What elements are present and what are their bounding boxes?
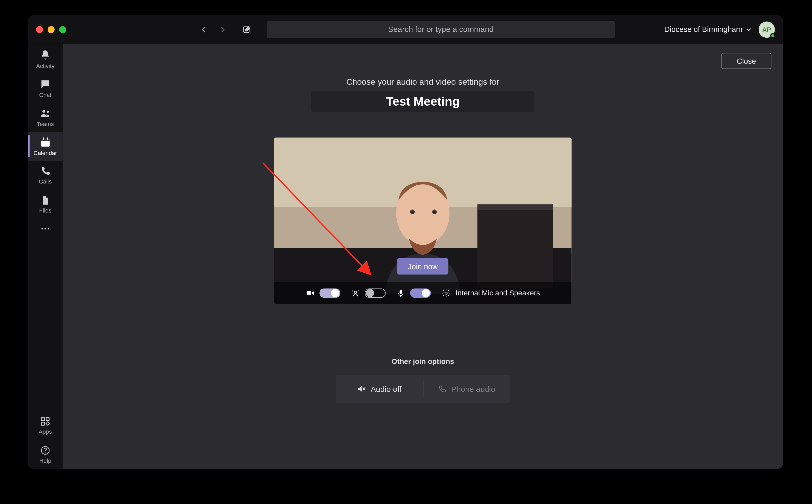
- other-options-label: Other join options: [391, 358, 454, 366]
- rail-item-help[interactable]: Help: [28, 440, 63, 469]
- rail-item-files[interactable]: Files: [28, 190, 63, 219]
- chat-icon: [39, 78, 51, 90]
- meeting-name: Test Meeting: [311, 91, 535, 112]
- avatar-initials: AP: [762, 26, 771, 33]
- history-nav: [196, 21, 255, 37]
- audio-off-option[interactable]: Audio off: [335, 375, 423, 403]
- rail-item-chat[interactable]: Chat: [28, 74, 63, 103]
- prejoin-controls: Internal Mic and Speakers: [274, 282, 572, 304]
- camera-control: [306, 289, 340, 298]
- rail-label: Activity: [36, 63, 54, 69]
- rail-label: Calendar: [33, 150, 57, 156]
- join-now-button[interactable]: Join now: [397, 258, 449, 274]
- org-name: Diocese of Birmingham: [664, 25, 742, 34]
- rail-label: Files: [39, 207, 52, 214]
- more-icon: [40, 224, 50, 234]
- window-zoom-dot[interactable]: [59, 26, 66, 33]
- svg-rect-6: [47, 138, 48, 140]
- svg-rect-10: [41, 417, 44, 421]
- other-options: Audio off Phone audio: [335, 375, 510, 403]
- svg-point-14: [45, 452, 45, 453]
- svg-point-1: [42, 110, 45, 113]
- svg-rect-30: [400, 290, 402, 294]
- org-switcher[interactable]: Diocese of Birmingham: [664, 25, 752, 34]
- svg-rect-19: [478, 204, 553, 210]
- svg-point-25: [354, 291, 357, 294]
- camera-placeholder: [274, 138, 572, 304]
- svg-point-7: [42, 228, 43, 230]
- svg-point-32: [445, 292, 448, 294]
- titlebar: Search for or type a command Diocese of …: [28, 15, 783, 44]
- teams-icon: [39, 107, 51, 119]
- svg-point-8: [44, 228, 46, 230]
- svg-rect-4: [41, 139, 50, 141]
- background-blur-control: [351, 289, 386, 298]
- device-label: Internal Mic and Speakers: [456, 289, 540, 297]
- audio-off-label: Audio off: [371, 385, 401, 393]
- search-placeholder: Search for or type a command: [388, 25, 494, 34]
- svg-point-26: [352, 291, 353, 291]
- rail-item-apps[interactable]: Apps: [28, 411, 63, 440]
- avatar[interactable]: AP: [759, 21, 775, 37]
- window-controls: [36, 26, 66, 33]
- calendar-icon: [39, 136, 51, 148]
- phone-audio-label: Phone audio: [451, 385, 495, 393]
- svg-rect-31: [400, 296, 401, 297]
- nav-forward-button[interactable]: [214, 21, 230, 37]
- device-settings[interactable]: Internal Mic and Speakers: [442, 289, 540, 298]
- presence-indicator: [770, 33, 775, 38]
- window-minimize-dot[interactable]: [48, 26, 55, 33]
- speaker-off-icon: [357, 384, 366, 394]
- svg-point-29: [358, 294, 359, 294]
- rail-label: Chat: [39, 92, 52, 98]
- mic-toggle[interactable]: [410, 289, 431, 298]
- phone-icon: [40, 166, 50, 176]
- chevron-down-icon: [746, 26, 752, 32]
- window-close-dot[interactable]: [36, 26, 43, 33]
- blur-icon: [351, 289, 360, 298]
- nav-back-button[interactable]: [196, 21, 212, 37]
- phone-audio-option: Phone audio: [423, 375, 510, 403]
- headline: Choose your audio and video settings for: [346, 77, 500, 87]
- rail-label: Calls: [39, 178, 52, 185]
- compose-button[interactable]: [239, 21, 255, 37]
- svg-point-2: [47, 111, 49, 113]
- rail-item-calendar[interactable]: Calendar: [28, 132, 63, 161]
- apps-icon: [40, 416, 50, 427]
- svg-rect-5: [43, 138, 44, 140]
- bell-icon: [39, 49, 51, 61]
- rail-label: Teams: [37, 121, 54, 127]
- mic-control: [396, 289, 431, 298]
- svg-point-27: [358, 291, 359, 291]
- rail-label: Apps: [39, 428, 52, 435]
- svg-rect-12: [41, 422, 44, 426]
- prejoin-pane: Close Choose your audio and video settin…: [63, 44, 783, 469]
- gear-icon: [442, 289, 451, 298]
- rail-item-activity[interactable]: Activity: [28, 45, 63, 74]
- svg-point-9: [48, 228, 49, 230]
- svg-rect-18: [478, 207, 553, 289]
- help-icon: [40, 445, 50, 456]
- rail-item-more[interactable]: [28, 219, 63, 238]
- svg-rect-11: [46, 417, 49, 421]
- blur-toggle[interactable]: [365, 289, 386, 298]
- close-button[interactable]: Close: [722, 53, 771, 69]
- camera-icon: [306, 289, 315, 298]
- rail-item-calls[interactable]: Calls: [28, 161, 63, 190]
- app-rail: Activity Chat Teams Calendar Calls: [28, 44, 63, 469]
- rail-item-teams[interactable]: Teams: [28, 103, 63, 132]
- app-window: Search for or type a command Diocese of …: [28, 15, 783, 469]
- phone-icon: [438, 385, 447, 393]
- video-preview: Join now: [274, 138, 572, 304]
- rail-label: Help: [39, 457, 51, 464]
- svg-point-28: [352, 294, 353, 294]
- mic-icon: [396, 289, 406, 298]
- camera-toggle[interactable]: [320, 289, 340, 298]
- file-icon: [40, 195, 50, 205]
- svg-rect-24: [307, 291, 311, 295]
- search-input[interactable]: Search for or type a command: [266, 21, 615, 38]
